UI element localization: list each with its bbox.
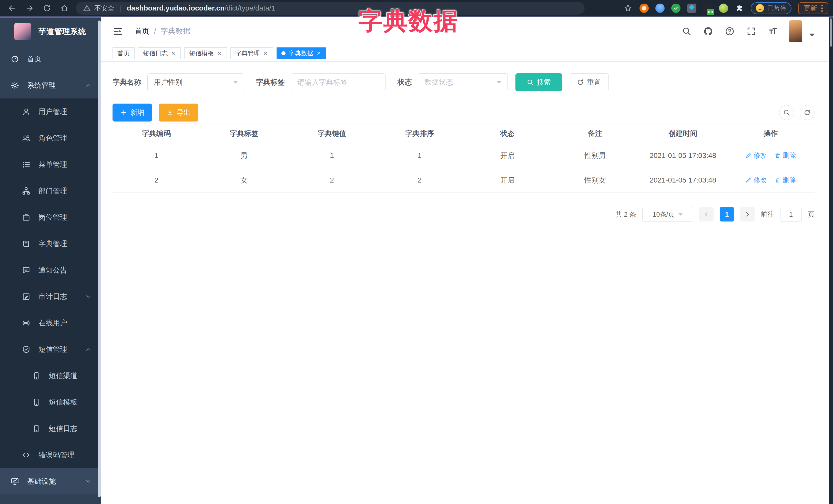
reload-icon[interactable] [42,3,52,13]
avatar[interactable] [789,20,802,42]
message-icon [22,266,31,275]
tag-label: 短信模板 [189,49,214,57]
extension-icon-blue[interactable] [656,4,665,13]
sidebar-item-label: 菜单管理 [39,160,67,169]
address-bar[interactable]: 不安全 dashboard.yudao.iocoder.cn /dict/typ… [76,2,585,15]
page-1-button[interactable]: 1 [720,207,734,221]
toggle-search-button[interactable] [779,105,794,120]
github-icon[interactable] [703,26,714,37]
tag-dict-manage[interactable]: 字典管理 [231,47,273,59]
delete-link[interactable]: 删除 [775,151,796,160]
bookmark-star-icon[interactable] [623,3,633,13]
sidebar-item-menus[interactable]: 菜单管理 [0,151,101,178]
sidebar-item-online-users[interactable]: 在线用户 [0,310,101,336]
edit-link-label: 修改 [754,175,767,185]
sidebar-item-error-codes[interactable]: 错误码管理 [0,442,101,468]
prev-page-button[interactable] [699,207,714,221]
dict-name-select[interactable]: 用户性别 [147,73,244,91]
tag-sms-log[interactable]: 短信日志 [138,47,181,59]
extension-icon-orange[interactable] [640,4,649,13]
sidebar-item-label: 首页 [27,54,42,64]
cell-label: 女 [200,175,288,185]
dict-label-input[interactable]: 请输入字典标签 [291,73,386,91]
sidebar-item-users[interactable]: 用户管理 [0,98,101,125]
sidebar-item-notice[interactable]: 通知公告 [0,257,101,283]
page-size-select[interactable]: 10条/页 [642,207,693,222]
sidebar-item-label: 通知公告 [39,265,67,275]
export-button[interactable]: 导出 [159,103,198,121]
tag-sms-template[interactable]: 短信模板 [184,47,227,59]
close-icon[interactable] [316,51,322,56]
table-row[interactable]: 2 女 2 2 开启 性别女 2021-01-05 17:03:48 修改 [113,168,814,193]
col-header: 字典键值 [288,129,376,139]
sidebar-item-infrastructure[interactable]: 基础设施 [0,468,101,495]
refresh-table-button[interactable] [800,105,814,120]
fullscreen-icon[interactable] [746,26,757,37]
sidebar-item-audit-log[interactable]: 审计日志 [0,283,101,310]
profile-paused-pill[interactable]: 已暂停 [751,2,791,14]
tag-home[interactable]: 首页 [113,47,135,59]
sidebar-item-roles[interactable]: 角色管理 [0,125,101,151]
edit-link[interactable]: 修改 [745,175,767,185]
shield-check-icon [22,345,31,354]
sidebar: 芋道管理系统 首页 系统管理 用户管理 角色管理 [0,18,101,504]
phone-icon [32,371,41,380]
sidebar-item-home[interactable]: 首页 [0,46,101,72]
forward-icon[interactable] [25,3,34,13]
goto-page-input[interactable] [780,207,802,222]
sidebar-item-sms-channel[interactable]: 短信渠道 [0,362,101,389]
sidebar-item-sms-template[interactable]: 短信模板 [0,389,101,415]
delete-link-label: 删除 [783,151,796,160]
close-icon[interactable] [217,51,222,56]
page-scrollbar[interactable] [829,18,833,504]
cell-status: 开启 [464,151,551,161]
edit-link[interactable]: 修改 [745,151,767,160]
close-icon[interactable] [263,51,268,56]
col-header: 操作 [727,129,814,139]
next-page-button[interactable] [740,207,755,221]
sidebar-logo-row[interactable]: 芋道管理系统 [0,18,101,46]
table-header-row: 字典编码 字典标签 字典键值 字典排序 状态 备注 创建时间 操作 [113,124,814,143]
status-select[interactable]: 数据状态 [418,73,508,91]
add-button[interactable]: 新增 [113,103,152,121]
table-row[interactable]: 1 男 1 1 开启 性别男 2021-01-05 17:03:48 修改 [113,143,814,168]
cell-value: 2 [288,176,376,184]
sidebar-item-departments[interactable]: 部门管理 [0,178,101,204]
extension-icon-green[interactable] [719,4,728,13]
sidebar-item-label: 用户管理 [39,107,67,117]
sidebar-item-system[interactable]: 系统管理 [0,72,101,98]
cell-sort: 2 [376,176,463,184]
users-icon [22,134,31,143]
avatar-caret-icon[interactable] [809,33,814,37]
extension-icon-steel[interactable] [687,4,696,13]
delete-link[interactable]: 删除 [775,175,796,185]
sidebar-item-label: 岗位管理 [39,213,67,222]
home-icon[interactable] [60,3,69,13]
reset-button[interactable]: 重置 [569,73,609,91]
dict-label-placeholder: 请输入字典标签 [297,77,348,87]
browser-update-button[interactable]: 更新 [798,2,828,14]
extension-icon-check[interactable] [671,4,681,13]
search-icon[interactable] [681,26,692,37]
sidebar-item-dict[interactable]: 字典管理 [0,231,101,257]
extensions-puzzle-icon[interactable] [735,4,744,13]
tag-dict-data-active[interactable]: 字典数据 [277,47,326,59]
phone-icon [32,424,41,433]
hamburger-icon[interactable] [113,26,123,37]
scrollbar-thumb[interactable] [830,19,832,47]
breadcrumb-home[interactable]: 首页 [135,26,149,37]
sidebar-item-posts[interactable]: 岗位管理 [0,204,101,231]
sidebar-item-sms[interactable]: 短信管理 [0,336,101,362]
browser-menu-icon[interactable] [821,5,823,12]
search-button[interactable]: 搜索 [516,73,562,91]
search-button-label: 搜索 [537,78,551,87]
font-size-icon[interactable] [767,26,778,37]
sidebar-item-sms-log[interactable]: 短信日志 [0,415,101,442]
help-icon[interactable] [724,26,735,37]
sidebar-menu: 首页 系统管理 用户管理 角色管理 菜单管理 [0,46,101,495]
close-icon[interactable] [171,51,176,56]
back-icon[interactable] [7,3,17,13]
sidebar-scrollbar[interactable] [98,21,101,497]
delete-link-label: 删除 [783,175,796,185]
extension-icon-onoff[interactable]: on [703,4,712,13]
